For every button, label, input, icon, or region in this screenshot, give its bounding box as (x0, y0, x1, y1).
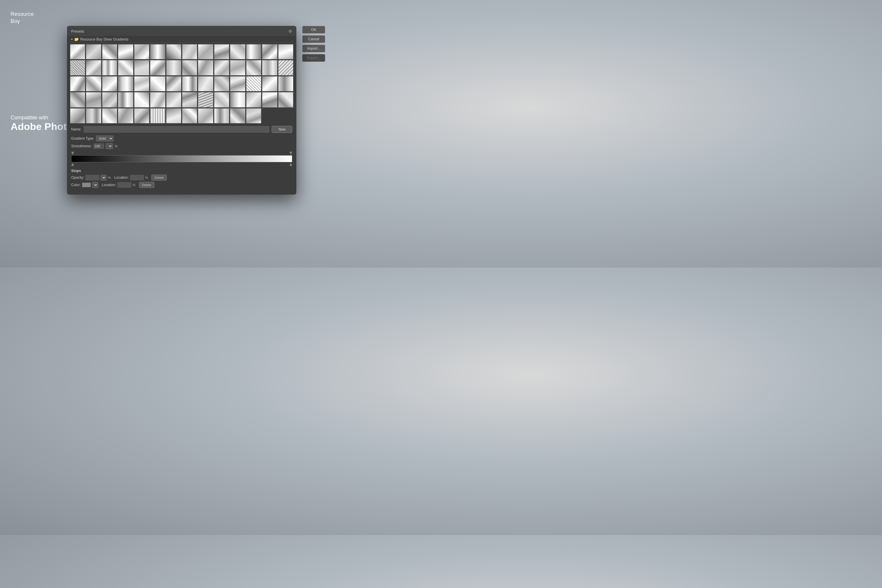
dialog-title: Presets (71, 29, 84, 33)
gradient-cell[interactable] (134, 76, 149, 92)
stops-top-row (71, 152, 292, 155)
gradient-cell[interactable] (278, 76, 293, 92)
gradient-bar[interactable] (71, 155, 292, 162)
gradient-cell[interactable] (182, 92, 197, 107)
gradient-cell[interactable] (150, 44, 165, 59)
gradient-cell[interactable] (198, 76, 213, 92)
location-label1: Location: (114, 176, 129, 180)
gradient-cell[interactable] (182, 108, 197, 123)
gradient-cell[interactable] (70, 60, 85, 75)
gradient-cell[interactable] (246, 60, 261, 75)
gradient-cell[interactable] (246, 44, 261, 59)
opacity-location-input[interactable] (130, 175, 144, 180)
name-input[interactable] (84, 126, 269, 133)
opacity-delete-button[interactable]: Delete (152, 175, 167, 180)
gradient-cell[interactable] (198, 92, 213, 107)
gradient-cell[interactable] (230, 44, 245, 59)
gradient-cell[interactable] (102, 76, 117, 92)
opacity-stop-left[interactable] (71, 152, 74, 154)
gradient-cell[interactable] (262, 44, 277, 59)
gradient-cell[interactable] (150, 92, 165, 107)
export-button: Export... (302, 54, 325, 62)
gradient-cell[interactable] (166, 60, 182, 75)
gradient-cell[interactable] (134, 92, 149, 107)
gradient-cell[interactable] (118, 108, 133, 123)
gradient-cell[interactable] (118, 92, 133, 107)
color-dropdown[interactable] (92, 182, 98, 188)
smoothness-dropdown[interactable]: ▾ (106, 143, 113, 149)
gradient-cell[interactable] (150, 76, 165, 92)
gradient-cell[interactable] (86, 92, 101, 107)
gradient-cell[interactable] (214, 44, 230, 59)
gradient-cell[interactable] (182, 76, 197, 92)
gradient-cell[interactable] (86, 76, 101, 92)
gradient-cell[interactable] (118, 44, 133, 59)
gradient-cell[interactable] (246, 92, 261, 107)
gradient-cell[interactable] (214, 76, 230, 92)
gradient-cell[interactable] (278, 60, 293, 75)
color-field: Color: (71, 182, 98, 188)
gradient-cell[interactable] (102, 44, 117, 59)
gradient-cell[interactable] (166, 92, 182, 107)
opacity-stop-right[interactable] (289, 152, 292, 154)
color-swatch[interactable] (82, 183, 91, 187)
cancel-button[interactable]: Cancel (302, 35, 325, 43)
gradient-cell[interactable] (134, 108, 149, 123)
color-location-input[interactable] (118, 182, 131, 188)
gradient-cell[interactable] (230, 60, 245, 75)
gradient-cell[interactable] (70, 44, 85, 59)
gradient-cell[interactable] (102, 60, 117, 75)
gear-icon[interactable]: ⚙ (288, 29, 292, 33)
gradient-cell[interactable] (166, 76, 182, 92)
gradient-cell[interactable] (70, 108, 85, 123)
gradient-cell[interactable] (214, 92, 230, 107)
gradient-cell[interactable] (246, 108, 261, 123)
gradient-cell[interactable] (198, 44, 213, 59)
new-button[interactable]: New (272, 126, 292, 133)
opacity-input[interactable] (86, 175, 99, 180)
gradient-cell[interactable] (86, 60, 101, 75)
gradient-cell[interactable] (182, 44, 197, 59)
gradient-cell[interactable] (102, 108, 117, 123)
gradient-cell[interactable] (118, 76, 133, 92)
gradient-cell[interactable] (118, 60, 133, 75)
smoothness-input[interactable] (93, 144, 104, 149)
gradient-cell[interactable] (198, 60, 213, 75)
gradient-cell[interactable] (214, 60, 230, 75)
gradient-cell[interactable] (278, 44, 293, 59)
gradient-cell[interactable] (198, 108, 213, 123)
gradient-cell[interactable] (150, 60, 165, 75)
gradient-cell[interactable] (102, 92, 117, 107)
gradient-cell[interactable] (262, 92, 277, 107)
folder-row[interactable]: ▾ 📁 Resource Boy Silver Gradients (70, 36, 293, 43)
opacity-field: Opacity: % (71, 175, 111, 180)
gradient-cell[interactable] (182, 60, 197, 75)
gradient-cell[interactable] (262, 76, 277, 92)
gradient-cell[interactable] (134, 44, 149, 59)
color-delete-button[interactable]: Delete (139, 182, 154, 188)
color-stop-right[interactable] (289, 163, 292, 166)
gradient-cell[interactable] (214, 108, 230, 123)
opacity-location-field: Location: % (114, 175, 148, 180)
opacity-dropdown[interactable] (100, 175, 106, 180)
gradient-cell[interactable] (230, 108, 245, 123)
gradient-cell[interactable] (166, 44, 182, 59)
import-button[interactable]: Import... (302, 45, 325, 52)
gradient-cell[interactable] (86, 44, 101, 59)
gradient-cell[interactable] (262, 60, 277, 75)
gradient-cell[interactable] (278, 92, 293, 107)
color-stop-left[interactable] (71, 163, 74, 166)
ok-button[interactable]: OK (302, 26, 325, 33)
gradient-cell[interactable] (70, 92, 85, 107)
gradient-cell[interactable] (70, 76, 85, 92)
gradient-cell[interactable] (230, 92, 245, 107)
gradient-cell[interactable] (230, 76, 245, 92)
gradient-type-select[interactable]: Solid Noise (96, 135, 114, 141)
gradient-cell[interactable] (246, 76, 261, 92)
gradient-cell[interactable] (150, 108, 165, 123)
gradient-cell[interactable] (86, 108, 101, 123)
location-unit2: % (133, 183, 135, 187)
gradient-cell[interactable] (134, 60, 149, 75)
gradient-cell[interactable] (166, 108, 182, 123)
color-location-field: Location: % (102, 182, 135, 188)
